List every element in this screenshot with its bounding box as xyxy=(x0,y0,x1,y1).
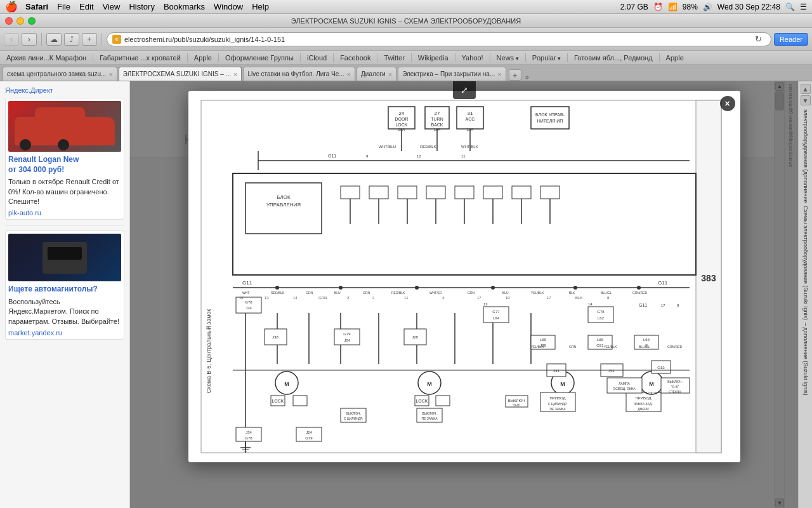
bookmark-icloud[interactable]: iCloud xyxy=(303,53,331,62)
share-button[interactable]: ⤴ xyxy=(64,33,79,46)
toolbar-separator2 xyxy=(102,33,102,46)
show-sidebar-button[interactable]: ☁ xyxy=(46,33,62,46)
wiring-diagram-svg: 383 24 DOOR LOCK 20A 27 TURN BACK 10A xyxy=(195,97,728,456)
ad-title-2[interactable]: Ищете автомагнитолы? xyxy=(8,284,121,295)
bookmarks-sep4 xyxy=(300,53,301,62)
svg-text:M: M xyxy=(427,381,432,387)
tabs-more[interactable]: » xyxy=(523,73,532,81)
right-sidebar: ▲ ▼ электрооборудования (дополнение Схем… xyxy=(798,81,812,508)
back-button[interactable]: ‹ xyxy=(4,33,19,46)
svg-text:НИТЕЛЯ ИП: НИТЕЛЯ ИП xyxy=(537,119,563,123)
bookmark-apple1[interactable]: Apple xyxy=(190,53,216,62)
menu-file[interactable]: File xyxy=(57,2,70,11)
svg-text:27: 27 xyxy=(434,110,440,116)
maximize-button[interactable] xyxy=(28,17,36,25)
bookmark-wikipedia[interactable]: Wikipedia xyxy=(414,53,452,62)
new-tab-add[interactable]: + xyxy=(509,69,521,81)
tab-2-label: ЭЛЕКТРОСХЕМА SUZUKI IGNIS – ... xyxy=(123,70,231,77)
tab-3[interactable]: Live ставки на Футбол. Лига Че... × xyxy=(243,67,355,81)
bookmark-popular[interactable]: Popular xyxy=(528,53,565,62)
menu-history[interactable]: History xyxy=(129,2,154,11)
right-sidebar-scroll-down[interactable]: ▼ xyxy=(801,95,811,105)
tab-2[interactable]: ЭЛЕКТРОСХЕМА SUZUKI IGNIS – ... × xyxy=(119,67,242,81)
svg-text:GRN/RED: GRN/RED xyxy=(632,291,647,295)
car-illustration xyxy=(15,117,115,145)
apple-menu-icon[interactable]: 🍎 xyxy=(5,1,18,13)
svg-text:14: 14 xyxy=(588,302,593,306)
bookmark-gabarit[interactable]: Габаритные ...х кроватей xyxy=(96,53,185,62)
svg-text:RED/BLK: RED/BLK xyxy=(420,145,436,149)
tab-4-close[interactable]: × xyxy=(388,70,392,78)
yandex-direct-label[interactable]: Яндекс.Директ xyxy=(5,86,124,94)
svg-text:LOCK: LOCK xyxy=(395,123,407,127)
menu-window[interactable]: Window xyxy=(214,2,243,11)
svg-text:L68: L68 xyxy=(596,338,603,342)
menu-view[interactable]: View xyxy=(103,2,121,11)
window-title: ЭЛЕКТРОСХЕМА SUZUKI IGNIS – СХЕМА ЭЛЕКТР… xyxy=(291,17,521,25)
bookmark-facebook[interactable]: Facebook xyxy=(336,53,374,62)
bookmark-gotovim[interactable]: Готовим ябл..., Редмонд xyxy=(570,53,657,62)
svg-text:13: 13 xyxy=(483,302,488,306)
ad-url-2[interactable]: market.yandex.ru xyxy=(8,329,121,337)
tab-5-close[interactable]: × xyxy=(497,70,501,78)
svg-text:G78: G78 xyxy=(597,310,605,314)
tab-3-close[interactable]: × xyxy=(347,70,351,78)
svg-text:"О-Б": "О-Б" xyxy=(512,403,520,407)
list-icon[interactable]: ☰ xyxy=(800,3,807,11)
svg-text:G11: G11 xyxy=(639,303,647,307)
svg-text:GRN: GRN xyxy=(363,291,370,295)
svg-rect-171 xyxy=(607,378,642,393)
tab-5[interactable]: Электрика – При закрытии на... × xyxy=(398,67,506,81)
search-icon[interactable]: 🔍 xyxy=(785,3,795,11)
svg-text:O21: O21 xyxy=(596,344,604,347)
tab-1[interactable]: схема центрального замка suzu... × xyxy=(3,67,117,81)
svg-rect-36 xyxy=(531,107,569,129)
close-button[interactable] xyxy=(5,17,13,25)
svg-text:16: 16 xyxy=(239,296,244,300)
svg-rect-138 xyxy=(293,396,307,406)
bookmark-news[interactable]: News xyxy=(493,53,523,62)
svg-text:13: 13 xyxy=(265,296,269,300)
bookmark-yahoo[interactable]: Yahoo! xyxy=(458,53,487,62)
minimize-button[interactable] xyxy=(16,17,24,25)
bookmark-apple2[interactable]: Apple xyxy=(662,53,688,62)
svg-text:M: M xyxy=(649,381,654,387)
svg-rect-112 xyxy=(483,307,509,323)
right-sidebar-text-1[interactable]: электрооборудования (дополнение xyxy=(802,109,809,203)
bookmark-oform[interactable]: Оформление Группы xyxy=(221,53,298,62)
menu-safari[interactable]: Safari xyxy=(25,2,48,11)
menu-bar-right: 2.07 GB ⏰ 📶 98% 🔊 Wed 30 Sep 22:48 🔍 ☰ xyxy=(620,3,807,11)
ad-title-1[interactable]: Renault Logan Newот 304 000 руб! xyxy=(8,155,121,175)
menu-bookmarks[interactable]: Bookmarks xyxy=(164,2,205,11)
bookmark-twitter[interactable]: Twitter xyxy=(380,53,408,62)
svg-text:11: 11 xyxy=(404,296,409,300)
bookmark-archive[interactable]: Архив лини...К Марафон xyxy=(3,53,90,62)
tab-1-close[interactable]: × xyxy=(108,70,112,78)
menu-help[interactable]: Help xyxy=(252,2,269,11)
svg-text:YEL/BLK: YEL/BLK xyxy=(604,345,617,349)
ad-url-1[interactable]: pik-auto.ru xyxy=(8,209,121,217)
svg-text:L64: L64 xyxy=(492,316,499,320)
svg-text:G78: G78 xyxy=(245,300,252,304)
svg-text:DOOR: DOOR xyxy=(395,117,408,121)
refresh-button[interactable]: ↻ xyxy=(752,32,766,46)
tab-5-label: Электрика – При закрытии на... xyxy=(402,70,495,77)
url-bar[interactable]: e electroshemi.ru/publ/suzuki/suzuki_ign… xyxy=(107,32,771,46)
tab-4[interactable]: Диалоги × xyxy=(357,67,396,81)
right-sidebar-text-2[interactable]: Схемы электрооборудования (Suzuki Ignis) xyxy=(802,206,809,320)
menu-edit[interactable]: Edit xyxy=(79,2,93,11)
window-controls xyxy=(5,17,36,25)
webpage-area: 24 DOOR 20A 27 TURN 10A 31 ACC 15A xyxy=(130,81,798,508)
forward-button[interactable]: › xyxy=(22,33,37,46)
expand-button[interactable]: ⤢ xyxy=(453,81,476,99)
right-sidebar-scroll-up[interactable]: ▲ xyxy=(801,84,811,94)
right-sidebar-text-3[interactable]: – дополнение (Suzuki Ignis) xyxy=(802,323,809,396)
svg-rect-116 xyxy=(588,307,613,323)
reader-button[interactable]: Reader xyxy=(774,33,808,46)
new-tab-button[interactable]: + xyxy=(82,33,97,46)
svg-text:С ЦИЛИНДР.: С ЦИЛИНДР. xyxy=(548,402,567,406)
battery-indicator: 98% xyxy=(683,3,698,11)
svg-point-206 xyxy=(637,286,641,290)
svg-text:БЛОК: БЛОК xyxy=(277,194,291,200)
tab-2-close[interactable]: × xyxy=(233,70,237,78)
